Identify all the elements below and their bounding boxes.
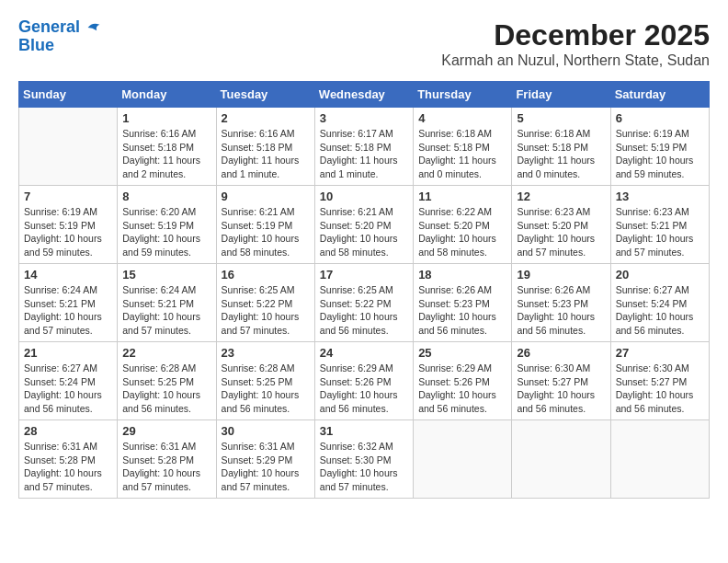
day-info: Sunrise: 6:28 AM Sunset: 5:25 PM Dayligh…	[222, 362, 310, 416]
header-monday: Monday	[118, 82, 216, 108]
calendar-cell-w3-d2: 15Sunrise: 6:24 AM Sunset: 5:21 PM Dayli…	[118, 264, 216, 342]
calendar-cell-w5-d7	[610, 420, 709, 499]
day-info: Sunrise: 6:24 AM Sunset: 5:21 PM Dayligh…	[24, 283, 112, 338]
day-number: 2	[222, 111, 310, 125]
calendar-cell-w2-d2: 8Sunrise: 6:20 AM Sunset: 5:19 PM Daylig…	[118, 186, 216, 264]
day-number: 21	[24, 346, 112, 360]
calendar-cell-w2-d6: 12Sunrise: 6:23 AM Sunset: 5:20 PM Dayli…	[512, 186, 610, 264]
calendar-cell-w4-d1: 21Sunrise: 6:27 AM Sunset: 5:24 PM Dayli…	[19, 342, 118, 420]
day-info: Sunrise: 6:17 AM Sunset: 5:18 PM Dayligh…	[320, 127, 408, 181]
day-number: 25	[418, 346, 506, 360]
calendar-week-5: 28Sunrise: 6:31 AM Sunset: 5:28 PM Dayli…	[19, 420, 710, 499]
day-info: Sunrise: 6:32 AM Sunset: 5:30 PM Dayligh…	[320, 440, 408, 494]
day-info: Sunrise: 6:26 AM Sunset: 5:23 PM Dayligh…	[418, 283, 506, 338]
day-info: Sunrise: 6:19 AM Sunset: 5:19 PM Dayligh…	[24, 205, 112, 259]
day-info: Sunrise: 6:25 AM Sunset: 5:22 PM Dayligh…	[222, 283, 310, 338]
day-number: 3	[320, 111, 408, 125]
day-info: Sunrise: 6:20 AM Sunset: 5:19 PM Dayligh…	[122, 205, 210, 259]
logo-bird-icon	[86, 20, 101, 35]
calendar-cell-w3-d1: 14Sunrise: 6:24 AM Sunset: 5:21 PM Dayli…	[19, 264, 118, 342]
day-info: Sunrise: 6:29 AM Sunset: 5:26 PM Dayligh…	[320, 362, 408, 416]
calendar-cell-w1-d6: 5Sunrise: 6:18 AM Sunset: 5:18 PM Daylig…	[512, 108, 610, 186]
day-info: Sunrise: 6:29 AM Sunset: 5:26 PM Dayligh…	[418, 362, 506, 416]
day-number: 15	[122, 268, 210, 282]
day-number: 5	[517, 111, 605, 125]
calendar-cell-w5-d5	[414, 420, 512, 499]
logo-blue: Blue	[18, 36, 54, 54]
calendar-cell-w3-d3: 16Sunrise: 6:25 AM Sunset: 5:22 PM Dayli…	[216, 264, 314, 342]
day-info: Sunrise: 6:19 AM Sunset: 5:19 PM Dayligh…	[616, 127, 704, 181]
day-number: 18	[418, 268, 506, 282]
header-saturday: Saturday	[610, 82, 709, 108]
day-number: 4	[418, 111, 506, 125]
calendar-cell-w4-d7: 27Sunrise: 6:30 AM Sunset: 5:27 PM Dayli…	[610, 342, 709, 420]
day-info: Sunrise: 6:30 AM Sunset: 5:27 PM Dayligh…	[517, 362, 605, 416]
day-number: 7	[24, 190, 112, 203]
day-number: 27	[616, 346, 704, 360]
day-number: 20	[616, 268, 704, 282]
calendar-cell-w4-d4: 24Sunrise: 6:29 AM Sunset: 5:26 PM Dayli…	[314, 342, 413, 420]
calendar-cell-w1-d1	[19, 108, 118, 186]
header-friday: Friday	[512, 82, 610, 108]
day-info: Sunrise: 6:18 AM Sunset: 5:18 PM Dayligh…	[517, 127, 605, 181]
day-info: Sunrise: 6:18 AM Sunset: 5:18 PM Dayligh…	[418, 127, 506, 181]
calendar-cell-w1-d3: 2Sunrise: 6:16 AM Sunset: 5:18 PM Daylig…	[216, 108, 314, 186]
day-number: 28	[24, 424, 112, 438]
day-number: 9	[222, 190, 310, 203]
header-thursday: Thursday	[414, 82, 512, 108]
day-info: Sunrise: 6:16 AM Sunset: 5:18 PM Dayligh…	[222, 127, 310, 181]
calendar-cell-w3-d7: 20Sunrise: 6:27 AM Sunset: 5:24 PM Dayli…	[610, 264, 709, 342]
day-number: 17	[320, 268, 408, 282]
day-info: Sunrise: 6:27 AM Sunset: 5:24 PM Dayligh…	[616, 283, 704, 338]
calendar-cell-w4-d3: 23Sunrise: 6:28 AM Sunset: 5:25 PM Dayli…	[216, 342, 314, 420]
calendar-cell-w4-d6: 26Sunrise: 6:30 AM Sunset: 5:27 PM Dayli…	[512, 342, 610, 420]
day-info: Sunrise: 6:31 AM Sunset: 5:28 PM Dayligh…	[122, 440, 210, 494]
day-info: Sunrise: 6:30 AM Sunset: 5:27 PM Dayligh…	[616, 362, 704, 416]
title-section: December 2025 Karmah an Nuzul, Northern …	[441, 18, 710, 69]
logo-general: General	[18, 17, 80, 36]
calendar-cell-w5-d6	[512, 420, 610, 499]
calendar-week-2: 7Sunrise: 6:19 AM Sunset: 5:19 PM Daylig…	[19, 186, 710, 264]
calendar-cell-w4-d2: 22Sunrise: 6:28 AM Sunset: 5:25 PM Dayli…	[118, 342, 216, 420]
calendar-cell-w3-d6: 19Sunrise: 6:26 AM Sunset: 5:23 PM Dayli…	[512, 264, 610, 342]
day-number: 12	[517, 190, 605, 203]
calendar-cell-w2-d5: 11Sunrise: 6:22 AM Sunset: 5:20 PM Dayli…	[414, 186, 512, 264]
logo: General Blue	[18, 18, 101, 55]
calendar-week-3: 14Sunrise: 6:24 AM Sunset: 5:21 PM Dayli…	[19, 264, 710, 342]
day-info: Sunrise: 6:31 AM Sunset: 5:28 PM Dayligh…	[24, 440, 112, 494]
day-number: 29	[122, 424, 210, 438]
day-number: 8	[122, 190, 210, 203]
header-tuesday: Tuesday	[216, 82, 314, 108]
day-number: 1	[122, 111, 210, 125]
calendar-cell-w1-d5: 4Sunrise: 6:18 AM Sunset: 5:18 PM Daylig…	[414, 108, 512, 186]
calendar-cell-w3-d4: 17Sunrise: 6:25 AM Sunset: 5:22 PM Dayli…	[314, 264, 413, 342]
calendar-cell-w5-d3: 30Sunrise: 6:31 AM Sunset: 5:29 PM Dayli…	[216, 420, 314, 499]
day-info: Sunrise: 6:23 AM Sunset: 5:20 PM Dayligh…	[517, 205, 605, 259]
day-info: Sunrise: 6:21 AM Sunset: 5:20 PM Dayligh…	[320, 205, 408, 259]
calendar-cell-w2-d3: 9Sunrise: 6:21 AM Sunset: 5:19 PM Daylig…	[216, 186, 314, 264]
calendar-table: Sunday Monday Tuesday Wednesday Thursday…	[18, 81, 710, 499]
day-number: 16	[222, 268, 310, 282]
calendar-cell-w4-d5: 25Sunrise: 6:29 AM Sunset: 5:26 PM Dayli…	[414, 342, 512, 420]
calendar-cell-w3-d5: 18Sunrise: 6:26 AM Sunset: 5:23 PM Dayli…	[414, 264, 512, 342]
day-number: 26	[517, 346, 605, 360]
day-number: 13	[616, 190, 704, 203]
calendar-header-row: Sunday Monday Tuesday Wednesday Thursday…	[19, 82, 710, 108]
day-number: 22	[122, 346, 210, 360]
day-info: Sunrise: 6:26 AM Sunset: 5:23 PM Dayligh…	[517, 283, 605, 338]
calendar-cell-w5-d1: 28Sunrise: 6:31 AM Sunset: 5:28 PM Dayli…	[19, 420, 118, 499]
day-number: 19	[517, 268, 605, 282]
day-number: 10	[320, 190, 408, 203]
month-title: December 2025	[441, 18, 710, 52]
day-info: Sunrise: 6:27 AM Sunset: 5:24 PM Dayligh…	[24, 362, 112, 416]
day-info: Sunrise: 6:31 AM Sunset: 5:29 PM Dayligh…	[222, 440, 310, 494]
day-info: Sunrise: 6:24 AM Sunset: 5:21 PM Dayligh…	[122, 283, 210, 338]
day-info: Sunrise: 6:21 AM Sunset: 5:19 PM Dayligh…	[222, 205, 310, 259]
day-number: 11	[418, 190, 506, 203]
page-container: General Blue December 2025 Karmah an Nuz…	[18, 18, 710, 499]
calendar-week-1: 1Sunrise: 6:16 AM Sunset: 5:18 PM Daylig…	[19, 108, 710, 186]
calendar-cell-w5-d2: 29Sunrise: 6:31 AM Sunset: 5:28 PM Dayli…	[118, 420, 216, 499]
day-number: 6	[616, 111, 704, 125]
calendar-body: 1Sunrise: 6:16 AM Sunset: 5:18 PM Daylig…	[19, 108, 710, 499]
day-info: Sunrise: 6:25 AM Sunset: 5:22 PM Dayligh…	[320, 283, 408, 338]
